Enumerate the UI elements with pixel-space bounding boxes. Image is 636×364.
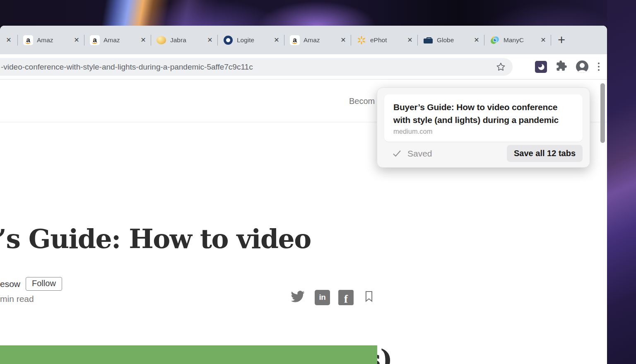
tab-label: Amaz <box>37 36 68 44</box>
url-text: -video-conference-with-style-and-lights-… <box>1 63 253 72</box>
toolbar-icons <box>535 54 601 79</box>
new-tab-button[interactable]: + <box>558 34 565 46</box>
tab-amazon-2[interactable]: a Amaz ✕ <box>84 26 151 54</box>
popup-footer: Saved Save all 12 tabs <box>391 145 583 162</box>
briefcase-favicon <box>423 35 433 45</box>
tab-strip: ✕ a Amaz ✕ a Amaz ✕ Jabra ✕ Logite ✕ a <box>0 26 607 54</box>
saved-item-domain: medium.com <box>393 128 573 135</box>
tab-jabra[interactable]: Jabra ✕ <box>151 26 217 54</box>
author-row: esow Follow <box>0 277 62 291</box>
logitech-favicon <box>223 35 233 45</box>
article-title-line-1: ’s Guide: How to video <box>0 219 392 259</box>
save-extension-popup: Buyer’s Guide: How to video conference w… <box>377 87 590 168</box>
tab-close-icon[interactable]: ✕ <box>72 36 82 44</box>
amazon-favicon: a <box>290 35 300 45</box>
tab-close-icon[interactable]: ✕ <box>405 36 415 44</box>
browser-toolbar: -video-conference-with-style-and-lights-… <box>0 54 607 80</box>
browser-menu-icon[interactable] <box>597 62 601 72</box>
share-icons: in f <box>289 288 376 306</box>
browser-window: ✕ a Amaz ✕ a Amaz ✕ Jabra ✕ Logite ✕ a <box>0 26 607 364</box>
saved-item-card[interactable]: Buyer’s Guide: How to video conference w… <box>384 94 583 142</box>
extensions-puzzle-icon[interactable] <box>556 60 567 73</box>
walmart-spark-favicon <box>357 35 366 45</box>
wallpaper-right-strip <box>607 0 636 364</box>
tab-ephoto[interactable]: ePhot ✕ <box>351 26 417 54</box>
tab-close-icon[interactable]: ✕ <box>272 36 282 44</box>
bookmark-star-icon[interactable] <box>496 62 506 74</box>
amazon-favicon: a <box>23 35 33 45</box>
tab-label: Jabra <box>170 36 201 44</box>
tab-amazon-3[interactable]: a Amaz ✕ <box>284 26 351 54</box>
jabra-favicon <box>157 35 166 45</box>
author-name[interactable]: esow <box>0 279 20 289</box>
profile-avatar-icon[interactable] <box>576 60 588 73</box>
tab-label: Amaz <box>304 36 335 44</box>
tab-logitech[interactable]: Logite ✕ <box>218 26 284 54</box>
tab-label: Logite <box>237 36 268 44</box>
saved-status: Saved <box>391 149 432 159</box>
saved-item-title: Buyer’s Guide: How to video conference w… <box>393 101 573 126</box>
amazon-favicon: a <box>90 35 100 45</box>
linkedin-icon[interactable]: in <box>315 290 330 305</box>
tab-label: ePhot <box>370 36 401 44</box>
tab-close-icon[interactable]: ✕ <box>138 36 148 44</box>
read-time-label: min read <box>0 294 34 304</box>
tab-close-icon[interactable]: ✕ <box>4 36 14 44</box>
page-scrollbar-thumb[interactable] <box>600 83 605 143</box>
wallpaper-top-strip <box>0 0 636 27</box>
save-all-tabs-button[interactable]: Save all 12 tabs <box>507 145 583 162</box>
tab-close-icon[interactable]: ✕ <box>205 36 215 44</box>
article-title: ’s Guide: How to video rence with style … <box>0 139 392 364</box>
saved-label: Saved <box>407 149 432 159</box>
tab-label: Globe <box>437 36 468 44</box>
address-bar[interactable]: -video-conference-with-style-and-lights-… <box>0 58 513 76</box>
twitter-icon[interactable] <box>289 289 306 306</box>
tab-close-icon[interactable]: ✕ <box>472 36 482 44</box>
bookmark-save-icon[interactable] <box>362 288 376 306</box>
tab-close-icon[interactable]: ✕ <box>538 36 548 44</box>
tab-separator <box>551 35 551 46</box>
save-extension-icon[interactable] <box>535 61 547 73</box>
tab-close-icon[interactable]: ✕ <box>338 36 348 44</box>
manycam-favicon <box>490 35 500 45</box>
tab-label: Amaz <box>104 36 135 44</box>
tab-amazon-1[interactable]: a Amaz ✕ <box>18 26 84 54</box>
tab-manycam[interactable]: ManyC ✕ <box>484 26 551 54</box>
tab-globe[interactable]: Globe ✕ <box>418 26 484 54</box>
facebook-icon[interactable]: f <box>338 290 354 305</box>
check-icon <box>391 149 402 159</box>
become-member-link[interactable]: Becom <box>349 96 375 106</box>
tab-partial-cutoff[interactable]: ✕ <box>0 36 17 44</box>
follow-button[interactable]: Follow <box>26 277 62 291</box>
article-hero-green-block <box>0 345 377 364</box>
tab-label: ManyC <box>504 36 535 44</box>
